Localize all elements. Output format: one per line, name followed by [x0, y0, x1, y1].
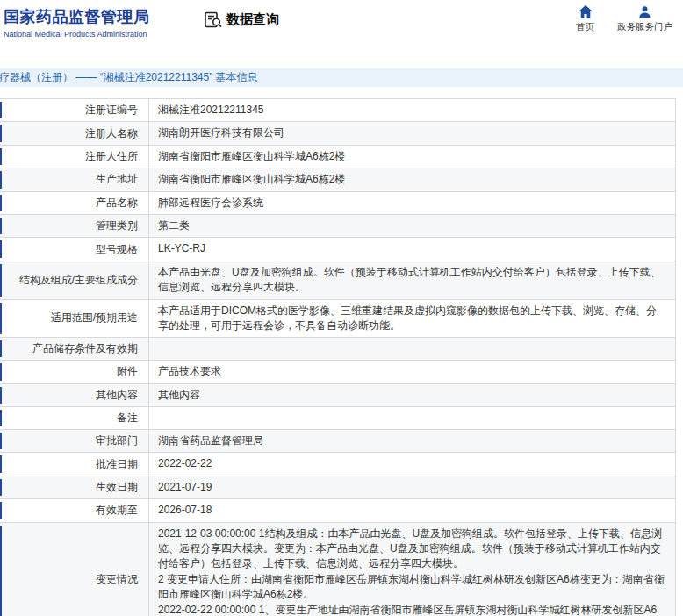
table-row: 其他内容其他内容	[0, 384, 676, 407]
row-label: 产品名称	[0, 192, 149, 214]
table-row: 生产地址湖南省衡阳市雁峰区衡山科学城A6栋2楼	[0, 168, 676, 191]
row-label: 批准日期	[0, 453, 149, 475]
row-label: 管理类别	[0, 215, 149, 237]
table-row: 变更情况2021-12-03 00:00:00 1结构及组成：由本产品由光盘、U…	[0, 523, 676, 616]
user-icon	[638, 5, 651, 18]
row-value: 2026-07-18	[149, 499, 676, 521]
row-label: 适用范围/预期用途	[0, 300, 149, 338]
row-value: 第二类	[149, 215, 676, 237]
site-title: 国家药品监督管理局	[4, 6, 150, 27]
row-label: 变更情况	[0, 523, 149, 616]
nav-home-label: 首页	[576, 21, 594, 33]
row-value: LK-YC-RJ	[149, 238, 676, 260]
row-label: 生产地址	[0, 168, 149, 190]
table-row: 附件产品技术要求	[0, 361, 676, 383]
row-label: 注册人名称	[0, 122, 149, 144]
row-label: 型号规格	[0, 238, 149, 260]
table-row: 注册证编号湘械注准20212211345	[0, 99, 676, 122]
table-row: 审批部门湖南省药品监督管理局	[0, 430, 676, 453]
row-value: 2022-02-22	[149, 453, 676, 475]
row-value: 其他内容	[149, 384, 676, 406]
row-value: 产品技术要求	[149, 361, 676, 383]
row-value: 2021-12-03 00:00:00 1结构及组成：由本产品由光盘、U盘及加密…	[149, 523, 676, 616]
breadcrumb: 医疗器械（注册） —— “湘械注准20212211345” 基本信息	[0, 68, 683, 87]
row-value	[149, 407, 676, 429]
table-row: 适用范围/预期用途本产品适用于DICOM格式的医学影像、三维重建结果及虚拟内窥影…	[0, 300, 676, 339]
row-label: 产品储存条件及有效期	[0, 338, 149, 360]
row-value: 湖南省药品监督管理局	[149, 430, 676, 452]
table-row: 批准日期2022-02-22	[0, 453, 676, 476]
row-value: 湘械注准20212211345	[149, 99, 676, 121]
home-icon	[579, 5, 593, 18]
row-value: 本产品由光盘、U盘及加密狗组成。软件（预装于移动式计算机工作站内交付给客户）包括…	[149, 261, 676, 299]
row-label: 注册人住所	[0, 146, 149, 168]
site-brand: 国家药品监督管理局 National Medical Products Admi…	[4, 6, 150, 39]
site-header: 国家药品监督管理局 National Medical Products Admi…	[0, 0, 683, 51]
table-row: 管理类别第二类	[0, 215, 676, 238]
data-query-heading: 数据查询	[205, 11, 279, 28]
table-row: 产品名称肺部远程医疗会诊系统	[0, 192, 676, 215]
row-label: 注册证编号	[0, 99, 149, 121]
row-label: 生效日期	[0, 476, 149, 498]
nav-portal[interactable]: 政务服务门户	[617, 5, 672, 33]
row-label: 结构及组成/主要组成成分	[0, 261, 149, 299]
row-value: 本产品适用于DICOM格式的医学影像、三维重建结果及虚拟内窥影像的数据包的上传下…	[149, 300, 676, 338]
breadcrumb-text: 医疗器械（注册） —— “湘械注准20212211345” 基本信息	[0, 70, 258, 85]
table-row: 有效期至2026-07-18	[0, 499, 676, 522]
row-label: 其他内容	[0, 384, 149, 406]
row-label: 附件	[0, 361, 149, 383]
row-label: 审批部门	[0, 430, 149, 452]
nav-portal-label: 政务服务门户	[617, 21, 672, 33]
row-value: 肺部远程医疗会诊系统	[149, 192, 676, 214]
row-label: 备注	[0, 407, 149, 429]
table-row: 生效日期2021-07-19	[0, 476, 676, 499]
nav-home[interactable]: 首页	[576, 5, 594, 33]
row-label: 有效期至	[0, 499, 149, 521]
data-query-label: 数据查询	[226, 11, 279, 28]
table-row: 注册人名称湖南朗开医疗科技有限公司	[0, 122, 676, 145]
row-value: 湖南朗开医疗科技有限公司	[149, 122, 676, 144]
top-nav: 首页 政务服务门户	[576, 5, 672, 33]
table-row: 注册人住所湖南省衡阳市雁峰区衡山科学城A6栋2楼	[0, 146, 676, 168]
table-row: 型号规格LK-YC-RJ	[0, 238, 676, 261]
table-row: 结构及组成/主要组成成分本产品由光盘、U盘及加密狗组成。软件（预装于移动式计算机…	[0, 261, 676, 300]
table-row: 产品储存条件及有效期	[0, 338, 676, 361]
row-value	[149, 338, 676, 360]
info-table: 注册证编号湘械注准20212211345注册人名称湖南朗开医疗科技有限公司注册人…	[0, 98, 676, 616]
site-subtitle: National Medical Products Administration	[4, 30, 150, 39]
page: 国家药品监督管理局 National Medical Products Admi…	[0, 0, 683, 616]
row-value: 湖南省衡阳市雁峰区衡山科学城A6栋2楼	[149, 146, 676, 168]
row-value: 2021-07-19	[149, 476, 676, 498]
row-value: 湖南省衡阳市雁峰区衡山科学城A6栋2楼	[149, 168, 676, 190]
table-row: 备注	[0, 407, 676, 430]
data-query-icon	[205, 11, 222, 28]
